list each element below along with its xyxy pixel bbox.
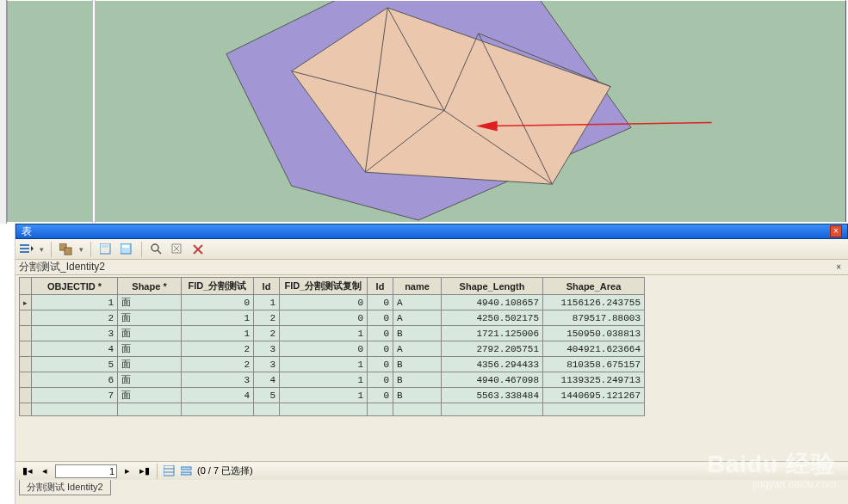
cell[interactable]: 4356.294433 — [442, 357, 543, 372]
cell[interactable]: 面 — [118, 310, 182, 326]
cell[interactable]: 3 — [182, 372, 254, 388]
cell[interactable]: 0 — [368, 372, 393, 388]
prev-record-button[interactable]: ◂ — [38, 464, 52, 478]
column-header[interactable]: Id — [254, 278, 280, 295]
cell[interactable]: 4 — [32, 341, 118, 357]
cell[interactable]: 1 — [32, 295, 118, 310]
select-by-attributes-button[interactable] — [98, 242, 114, 257]
row-selector[interactable] — [20, 310, 32, 326]
cell[interactable]: 0 — [182, 295, 254, 310]
cell[interactable]: 1 — [280, 372, 368, 388]
cell[interactable]: 0 — [368, 310, 393, 326]
cell[interactable]: 2 — [254, 310, 280, 326]
cell[interactable]: 1 — [280, 357, 368, 372]
cell[interactable]: 0 — [368, 295, 393, 310]
delete-selected-button[interactable] — [190, 242, 206, 257]
row-selector-header[interactable] — [20, 278, 32, 295]
column-header[interactable]: Shape_Length — [442, 278, 543, 295]
cell[interactable]: 面 — [118, 326, 182, 341]
column-header[interactable]: OBJECTID * — [32, 278, 118, 295]
cell[interactable]: 4 — [182, 388, 254, 403]
zoom-selected-button[interactable] — [149, 242, 164, 257]
cell[interactable]: 1440695.121267 — [543, 388, 645, 403]
cell[interactable]: B — [393, 388, 442, 403]
cell[interactable]: 879517.88003 — [543, 310, 645, 326]
cell[interactable]: 0 — [280, 295, 368, 310]
cell[interactable]: 810358.675157 — [543, 357, 645, 372]
table-row[interactable]: 4面2300A2792.205751404921.623664 — [20, 341, 645, 357]
show-all-records-button[interactable] — [163, 464, 176, 478]
table-row[interactable]: 2面1200A4250.502175879517.88003 — [20, 310, 645, 326]
cell[interactable]: 0 — [280, 341, 368, 357]
row-selector[interactable] — [20, 403, 32, 416]
cell[interactable]: 面 — [118, 372, 182, 388]
cell[interactable]: 2 — [254, 326, 280, 341]
table-titlebar[interactable]: 表 × — [15, 224, 848, 239]
cell[interactable]: 面 — [118, 357, 182, 372]
cell[interactable]: A — [393, 310, 442, 326]
column-header[interactable]: FID_分割测试复制 — [280, 278, 368, 295]
cell[interactable]: 1139325.249713 — [543, 372, 645, 388]
cell[interactable]: B — [393, 326, 442, 341]
record-number-input[interactable] — [55, 464, 117, 478]
cell[interactable]: 5 — [254, 388, 280, 403]
related-tables-button[interactable] — [59, 242, 74, 257]
cell[interactable]: 2 — [32, 310, 118, 326]
table-options-button[interactable] — [19, 242, 34, 257]
cell[interactable]: B — [393, 357, 442, 372]
cell[interactable]: 3 — [32, 326, 118, 341]
cell[interactable]: 5563.338484 — [442, 388, 543, 403]
clear-selection-button[interactable] — [170, 242, 185, 257]
table-row[interactable]: 1面0100A4940.1086571156126.243755 — [20, 295, 645, 310]
row-selector[interactable] — [20, 295, 32, 310]
cell[interactable]: 150950.038813 — [543, 326, 645, 341]
cell[interactable]: 面 — [118, 341, 182, 357]
cell[interactable]: 面 — [118, 295, 182, 310]
table-row[interactable]: 6面3410B4940.4670981139325.249713 — [20, 372, 645, 388]
cell[interactable]: 3 — [254, 341, 280, 357]
cell[interactable]: 0 — [368, 388, 393, 403]
cell[interactable]: 7 — [32, 388, 118, 403]
cell[interactable]: 0 — [280, 310, 368, 326]
row-selector[interactable] — [20, 326, 32, 341]
cell[interactable]: 1 — [182, 310, 254, 326]
row-selector[interactable] — [20, 372, 32, 388]
cell[interactable]: 3 — [254, 357, 280, 372]
column-header[interactable]: Shape * — [118, 278, 182, 295]
next-record-button[interactable]: ▸ — [121, 464, 134, 478]
cell[interactable]: 1 — [254, 295, 280, 310]
row-selector[interactable] — [20, 388, 32, 403]
cell[interactable]: 5 — [32, 357, 118, 372]
last-record-button[interactable]: ▸▮ — [138, 464, 152, 478]
table-row[interactable] — [20, 403, 645, 416]
cell[interactable]: 1721.125006 — [442, 326, 543, 341]
cell[interactable]: 404921.623664 — [543, 341, 645, 357]
column-header[interactable]: Id — [368, 278, 393, 295]
table-row[interactable]: 5面2310B4356.294433810358.675157 — [20, 357, 645, 372]
tab-close-button[interactable]: × — [833, 262, 845, 272]
cell[interactable]: 0 — [368, 357, 393, 372]
switch-selection-button[interactable] — [119, 242, 134, 257]
show-selected-records-button[interactable] — [180, 464, 194, 478]
row-selector[interactable] — [20, 357, 32, 372]
cell[interactable]: 6 — [32, 372, 118, 388]
column-header[interactable]: name — [393, 278, 442, 295]
map-canvas[interactable] — [7, 0, 846, 222]
cell[interactable]: B — [393, 372, 442, 388]
cell[interactable]: A — [393, 341, 442, 357]
cell[interactable]: 2792.205751 — [442, 341, 543, 357]
cell[interactable]: 2 — [182, 341, 254, 357]
column-header[interactable]: Shape_Area — [543, 278, 645, 295]
cell[interactable]: 1 — [182, 326, 254, 341]
cell[interactable]: 0 — [368, 341, 393, 357]
first-record-button[interactable]: ▮◂ — [21, 464, 34, 478]
close-button[interactable]: × — [830, 225, 842, 237]
cell[interactable]: 4 — [254, 372, 280, 388]
cell[interactable]: 4940.108657 — [442, 295, 543, 310]
cell[interactable]: 0 — [368, 326, 393, 341]
cell[interactable]: 面 — [118, 388, 182, 403]
cell[interactable]: A — [393, 295, 442, 310]
cell[interactable]: 1 — [280, 388, 368, 403]
bottom-tab-layer[interactable]: 分割测试 Identity2 — [19, 480, 111, 495]
cell[interactable]: 4940.467098 — [442, 372, 543, 388]
